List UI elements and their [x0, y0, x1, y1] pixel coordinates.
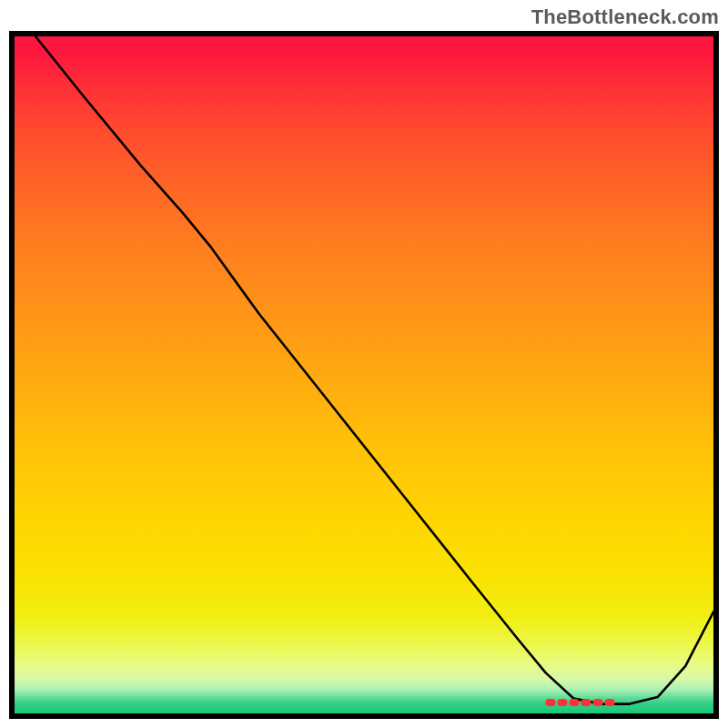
chart-container: TheBottleneck.com [0, 0, 728, 728]
chart-frame [9, 31, 719, 719]
chart-line [35, 36, 713, 704]
chart-plot [15, 36, 713, 713]
attribution-text: TheBottleneck.com [531, 5, 719, 29]
